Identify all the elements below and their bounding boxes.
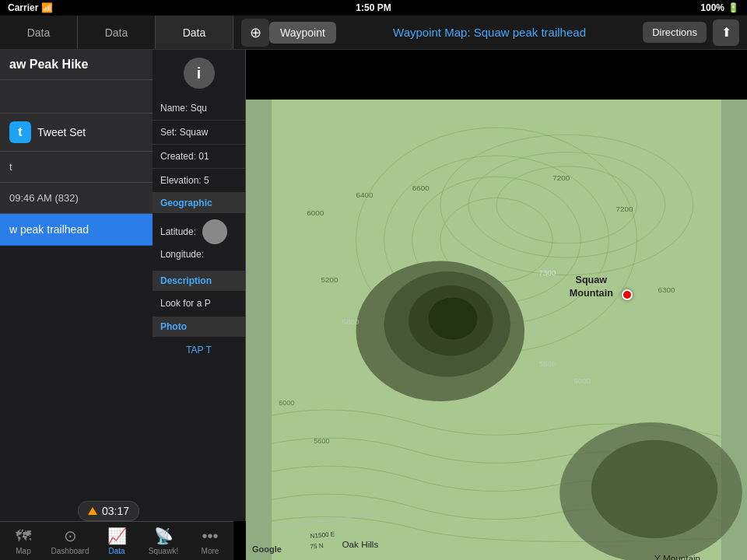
data-tab-icon: 📈 — [107, 527, 127, 545]
detail-created-row: Created: 01 — [153, 145, 245, 169]
share-button[interactable]: ⬆ — [713, 19, 739, 46]
main-layout: aw Peak Hike Tap to edit OFF t Tweet Set… — [0, 50, 747, 560]
map-tab-icon: 🗺 — [16, 527, 31, 545]
info-button[interactable]: i — [184, 58, 215, 89]
squawk-tab-label: Squawk! — [149, 547, 178, 555]
right-header: ⊕ Waypoint Waypoint Map: Squaw peak trai… — [233, 19, 747, 47]
tab-dashboard[interactable]: ⊙ Dashboard — [47, 522, 93, 560]
svg-text:75 N: 75 N — [310, 542, 324, 550]
timer-badge[interactable]: 03:17 — [78, 501, 139, 521]
svg-text:6000: 6000 — [307, 208, 324, 217]
tab-data-3[interactable]: Data — [156, 16, 233, 49]
top-tab-bar: Data Data Data ⊕ Waypoint Waypoint Map: … — [0, 16, 747, 50]
map-title: Waypoint Map: Squaw peak trailhead — [336, 26, 643, 39]
latitude-row: Latitude: — [160, 219, 237, 244]
svg-text:6400: 6400 — [356, 191, 374, 199]
google-watermark: Google — [252, 544, 282, 554]
svg-point-13 — [591, 440, 717, 538]
time-display: 1:50 PM — [356, 2, 391, 13]
waypoint-set-title: aw Peak Hike — [9, 58, 88, 72]
tab-data[interactable]: 📈 Data — [93, 522, 140, 560]
more-tab-label: More — [202, 547, 219, 555]
map-tab-label: Map — [16, 547, 30, 555]
status-bar: Carrier 📶 1:50 PM 100% 🔋 — [0, 0, 747, 16]
svg-text:6600: 6600 — [412, 184, 430, 192]
bottom-tab-bar: 🗺 Map ⊙ Dashboard 📈 Data 📡 Squawk! ••• M… — [0, 521, 233, 560]
y-mountain-label: Y Mountain — [654, 553, 700, 560]
timer-triangle-icon — [88, 507, 97, 515]
svg-text:7200: 7200 — [615, 205, 633, 213]
lat-lon-area: Latitude: Longitude: — [153, 213, 245, 271]
svg-text:Mountain: Mountain — [570, 288, 613, 299]
waypoint-button[interactable]: Waypoint — [269, 22, 336, 44]
map-area[interactable]: 6000 6400 6600 7200 7200 7300 6300 5200 … — [246, 100, 747, 560]
battery-icon: 🔋 — [728, 2, 739, 13]
latitude-spinner[interactable] — [202, 219, 227, 244]
twitter-icon: t — [9, 121, 31, 143]
svg-text:5600: 5600 — [538, 359, 556, 368]
map-svg: 6000 6400 6600 7200 7200 7300 6300 5200 … — [246, 100, 747, 560]
compass-button[interactable]: ⊕ — [241, 19, 269, 47]
photo-section-header: Photo — [153, 317, 245, 337]
geo-section-header: Geographic — [153, 193, 245, 213]
carrier-label: Carrier — [8, 2, 38, 13]
oak-hills-label: Oak Hills — [342, 539, 378, 549]
tab-more[interactable]: ••• More — [187, 522, 233, 560]
more-tab-icon: ••• — [202, 527, 218, 545]
directions-button[interactable]: Directions — [643, 22, 707, 43]
detail-elevation-row: Elevation: 5 — [153, 169, 245, 193]
svg-point-8 — [428, 297, 477, 339]
dashboard-tab-icon: ⊙ — [64, 527, 77, 545]
svg-text:6000: 6000 — [573, 376, 591, 385]
dashboard-tab-label: Dashboard — [51, 547, 89, 555]
squawk-tab-icon: 📡 — [154, 527, 174, 545]
tab-data-1[interactable]: Data — [0, 16, 78, 49]
list-item-time-label: 09:46 AM (832) — [9, 192, 79, 204]
svg-text:5200: 5200 — [321, 275, 338, 284]
latitude-label: Latitude: — [160, 226, 196, 237]
map-pin — [622, 289, 633, 300]
svg-text:7200: 7200 — [552, 173, 570, 182]
detail-card: i Name: Squ Set: Squaw Created: 01 Eleva… — [153, 50, 246, 521]
svg-text:6300: 6300 — [658, 285, 676, 294]
svg-text:5800: 5800 — [342, 317, 359, 326]
battery-label: 100% — [700, 2, 724, 13]
left-tab-group: Data Data Data — [0, 16, 233, 49]
tap-to-add-label[interactable]: TAP T — [153, 337, 245, 363]
timer-display: 03:17 — [102, 505, 129, 517]
detail-set-row: Set: Squaw — [153, 121, 245, 145]
tweet-set-button[interactable]: Tweet Set — [37, 126, 86, 138]
desc-section-header: Description — [153, 271, 245, 291]
longitude-label: Longitude: — [160, 249, 204, 260]
svg-text:7300: 7300 — [538, 268, 556, 277]
svg-text:5600: 5600 — [314, 437, 329, 445]
svg-text:6000: 6000 — [279, 399, 294, 407]
squaw-mountain-label: Squaw — [575, 275, 607, 285]
longitude-row: Longitude: — [160, 249, 237, 260]
wifi-icon: 📶 — [41, 2, 53, 13]
tab-squawk[interactable]: 📡 Squawk! — [140, 522, 187, 560]
data-tab-label: Data — [108, 547, 124, 555]
tab-map[interactable]: 🗺 Map — [0, 522, 47, 560]
active-waypoint-label: w peak trailhead — [9, 223, 89, 236]
tab-data-2[interactable]: Data — [78, 16, 156, 49]
detail-name-row: Name: Squ — [153, 96, 245, 121]
description-text[interactable]: Look for a P — [153, 291, 245, 317]
list-item-t-label: t — [9, 161, 12, 173]
